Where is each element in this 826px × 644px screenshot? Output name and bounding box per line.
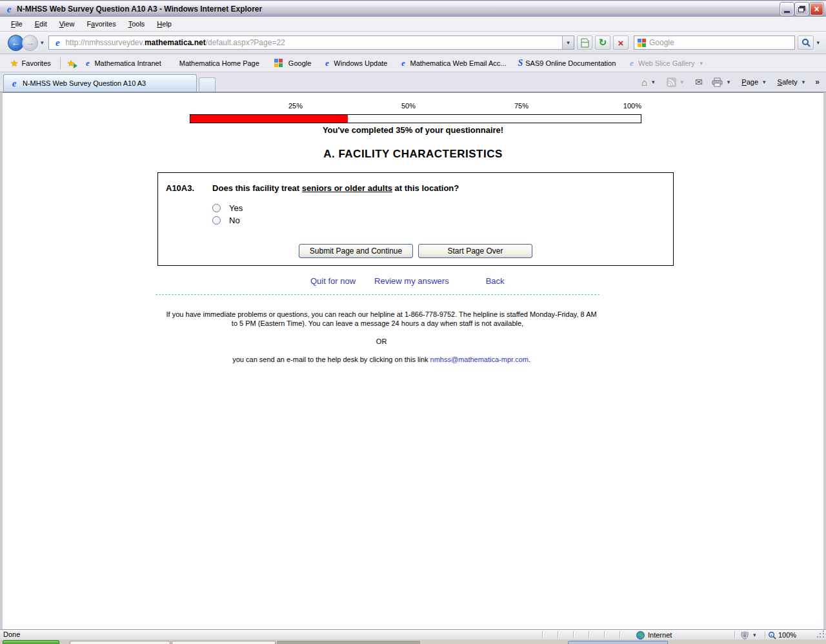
restore-button[interactable]	[795, 3, 809, 15]
favorites-label: Favorites	[22, 59, 51, 67]
menu-favorites[interactable]: Favorites	[81, 18, 122, 30]
menu-edit[interactable]: Edit	[29, 18, 54, 30]
chevron-down-icon: ▾	[678, 79, 687, 85]
review-my-answers-link[interactable]: Review my answers	[374, 276, 449, 286]
print-button[interactable]: ▾	[708, 75, 737, 90]
ie-page-icon: e	[323, 59, 331, 67]
home-icon: ⌂	[641, 77, 647, 88]
favorite-link-windows-update[interactable]: e Windows Update	[317, 57, 393, 69]
stop-button[interactable]: ×	[613, 35, 629, 50]
question-number: A10A3.	[166, 183, 194, 193]
ie-page-icon: e	[627, 59, 636, 67]
quit-for-now-link[interactable]: Quit for now	[310, 276, 356, 286]
mail-icon: ✉	[695, 77, 703, 87]
menu-help[interactable]: Help	[151, 18, 178, 30]
status-segment-divider	[604, 631, 605, 639]
taskbar-button-partial[interactable]	[172, 641, 276, 644]
radio-yes[interactable]	[212, 204, 221, 212]
question-box: A10A3.Does this facility treat seniors o…	[157, 172, 674, 266]
url-suffix: /default.aspx?Page=22	[206, 38, 285, 47]
tick-50: 50%	[401, 102, 416, 110]
search-icon	[801, 38, 811, 47]
help-email-link[interactable]: nmhss@mathematica-mpr.com	[430, 356, 529, 363]
progress-bar	[190, 114, 641, 123]
search-button[interactable]	[798, 35, 814, 50]
security-zone: Internet	[636, 630, 672, 640]
dashed-separator	[156, 294, 599, 295]
menu-file[interactable]: File	[5, 18, 29, 30]
help-text: If you have immediate problems or questi…	[156, 301, 599, 373]
status-segment-divider	[542, 631, 543, 639]
taskbar-button-partial[interactable]	[568, 641, 668, 644]
zoom-magnifier-icon: +	[768, 631, 776, 639]
window-title: N-MHSS Web Survey Question A10 A3 - Wind…	[17, 5, 779, 14]
ie-page-icon: e	[399, 59, 407, 67]
chevron-down-icon: ▾	[750, 632, 759, 638]
title-bar: e N-MHSS Web Survey Question A10 A3 - Wi…	[0, 0, 826, 17]
recent-pages-dropdown[interactable]: ▾	[38, 39, 46, 46]
home-button[interactable]: ⌂ ▾	[638, 74, 661, 90]
new-tab-button[interactable]	[199, 77, 216, 92]
menu-tools[interactable]: Tools	[123, 18, 152, 30]
search-input[interactable]: Google	[634, 35, 795, 50]
printer-icon	[712, 77, 723, 87]
chevron-down-icon: ▾	[800, 79, 808, 85]
feeds-button[interactable]: ▾	[663, 75, 690, 90]
page-favicon-icon: e	[52, 37, 63, 48]
favorite-link-web-slice-gallery[interactable]: e Web Slice Gallery ▾	[621, 57, 711, 69]
navigation-bar: ← → ▾ e http://nmhsssurveydev.mathematic…	[0, 32, 826, 54]
taskbar-button-partial[interactable]	[277, 641, 420, 644]
forward-button[interactable]: →	[22, 35, 38, 51]
broken-page-icon	[580, 38, 589, 48]
windows-taskbar-partial	[0, 639, 826, 644]
svg-text:+: +	[770, 633, 772, 637]
ie-page-icon: e	[83, 59, 92, 67]
favorites-button[interactable]: ★ Favorites	[5, 56, 56, 70]
status-segment-divider	[765, 631, 765, 639]
separator	[60, 57, 61, 69]
menu-view[interactable]: View	[54, 18, 81, 30]
favorite-link-google[interactable]: Google	[265, 57, 317, 69]
question-text: A10A3.Does this facility treat seniors o…	[166, 183, 459, 193]
minimize-button[interactable]	[780, 3, 794, 15]
submit-page-button[interactable]: Submit Page and Continue	[299, 244, 413, 258]
ie-logo-icon: e	[4, 4, 14, 14]
chevron-down-icon: ▾	[649, 79, 658, 85]
tab-title: N-MHSS Web Survey Question A10 A3	[23, 79, 146, 87]
favorite-link-sas9-documentation[interactable]: S SAS9 Online Documentation	[512, 56, 621, 70]
favorite-link-mathematica-home-page[interactable]: Mathematica Home Page	[174, 57, 265, 69]
status-segment-divider	[620, 631, 620, 639]
help-email-line: you can send an e-mail to the help desk …	[232, 356, 430, 363]
protected-mode-control[interactable]: ▾	[740, 630, 759, 640]
tab-active-survey[interactable]: e N-MHSS Web Survey Question A10 A3	[3, 74, 197, 92]
google-icon	[638, 39, 646, 47]
taskbar-button-partial[interactable]	[70, 641, 170, 644]
safety-menu-button[interactable]: Safety ▾	[774, 75, 812, 88]
help-or: OR	[376, 337, 387, 345]
add-to-favorites-bar-button[interactable]: ★	[65, 56, 78, 70]
start-page-over-button[interactable]: Start Page Over	[418, 244, 532, 258]
close-button[interactable]: ×	[810, 3, 823, 15]
restore-icon	[798, 7, 804, 12]
shield-lock-icon	[740, 631, 749, 639]
status-segment-divider	[734, 631, 735, 639]
resize-grip[interactable]	[817, 630, 825, 638]
command-bar: ⌂ ▾ ▾ ✉ ▾ Page ▾ Safety ▾ »	[638, 72, 826, 92]
chevron-down-icon: ▾	[760, 79, 769, 85]
refresh-button[interactable]: ↻	[595, 35, 610, 50]
search-options-dropdown[interactable]: ▾	[814, 39, 822, 46]
compatibility-view-button[interactable]	[577, 35, 592, 50]
chevron-down-icon: ▾	[564, 39, 572, 46]
toolbar-overflow-button[interactable]: »	[812, 77, 822, 86]
favorite-link-mathematica-intranet[interactable]: e Mathematica Intranet	[77, 57, 166, 69]
address-dropdown-button[interactable]: ▾	[562, 36, 574, 49]
page-menu-button[interactable]: Page ▾	[738, 75, 772, 88]
start-button-partial[interactable]	[3, 640, 59, 644]
favorite-link-mathematica-web-email[interactable]: e Mathematica Web Email Acc...	[393, 57, 512, 69]
option-no[interactable]: No	[212, 214, 243, 226]
option-yes[interactable]: Yes	[212, 202, 243, 214]
address-bar[interactable]: e http://nmhsssurveydev.mathematica.net/…	[48, 35, 574, 50]
radio-no[interactable]	[212, 216, 221, 225]
back-link[interactable]: Back	[486, 276, 505, 286]
read-mail-button[interactable]: ✉	[691, 74, 707, 90]
